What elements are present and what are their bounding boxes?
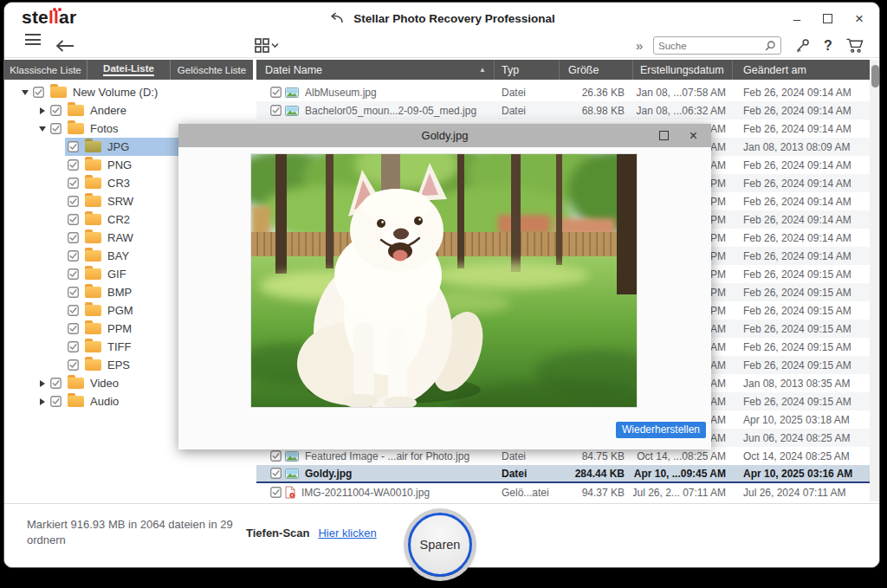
checkbox[interactable] bbox=[68, 141, 79, 152]
minimize-button[interactable]: – bbox=[793, 12, 800, 25]
search-icon[interactable] bbox=[764, 40, 776, 52]
file-modified-cell: Feb 26, 2024 09:14 AM bbox=[733, 210, 870, 229]
expander-spacer bbox=[55, 142, 65, 152]
recover-tooltip[interactable]: Wiederherstellen bbox=[616, 422, 706, 438]
tree-item-label: CR3 bbox=[107, 177, 130, 190]
column-header-type[interactable]: Typ bbox=[495, 60, 560, 80]
view-grid-icon[interactable] bbox=[255, 34, 279, 57]
marked-summary: Markiert 916.93 MB in 2064 dateien in 29… bbox=[27, 517, 233, 548]
vertical-scrollbar[interactable] bbox=[870, 60, 880, 501]
file-modified-cell: Jul 26, 2024 07:11 AM bbox=[733, 483, 870, 501]
back-arrow-icon[interactable] bbox=[55, 34, 75, 57]
save-button[interactable]: Sparen bbox=[408, 513, 472, 577]
checkbox[interactable] bbox=[68, 268, 79, 280]
file-name-cell: AlbMuseum.jpg bbox=[256, 83, 495, 101]
main-area: Klassische ListeDatei-ListeGelöschte Lis… bbox=[4, 58, 879, 503]
menu-icon[interactable] bbox=[25, 34, 41, 57]
checkbox[interactable] bbox=[68, 341, 79, 352]
toolbar-overflow-icon[interactable]: » bbox=[636, 34, 642, 57]
checkbox[interactable] bbox=[270, 87, 282, 98]
tree-item-andere[interactable]: Andere bbox=[4, 101, 253, 120]
deep-scan-link[interactable]: Hier klicken bbox=[318, 527, 376, 540]
logo-dots bbox=[53, 8, 56, 11]
expander-open-icon[interactable] bbox=[37, 124, 48, 134]
checkbox[interactable] bbox=[50, 105, 62, 116]
cart-icon[interactable] bbox=[845, 34, 864, 57]
checkbox[interactable] bbox=[68, 232, 79, 243]
preview-close-button[interactable]: × bbox=[690, 129, 697, 143]
tree-item-label: GIF bbox=[107, 268, 126, 281]
checkbox[interactable] bbox=[68, 250, 79, 262]
table-row[interactable]: Featured Image - ...air for Photo.jpgDat… bbox=[256, 447, 870, 465]
checkbox[interactable] bbox=[50, 123, 62, 134]
table-row[interactable]: Goldy.jpgDatei284.44 KBApr 10, ...09:45 … bbox=[256, 465, 870, 483]
checkbox[interactable] bbox=[68, 214, 79, 225]
checkbox[interactable] bbox=[50, 396, 62, 407]
tree-item-label: PNG bbox=[107, 158, 132, 171]
tab-gel-schte-liste[interactable]: Gelöschte Liste bbox=[171, 60, 253, 80]
folder-icon bbox=[68, 378, 84, 389]
checkbox[interactable] bbox=[270, 468, 282, 479]
file-modified-cell: Apr 10, 2025 03:16 AM bbox=[733, 464, 870, 482]
checkbox[interactable] bbox=[68, 287, 79, 298]
checkbox[interactable] bbox=[270, 450, 282, 462]
tab-datei-liste[interactable]: Datei-Liste bbox=[87, 60, 171, 80]
checkbox[interactable] bbox=[270, 105, 282, 116]
list-tabs: Klassische ListeDatei-ListeGelöschte Lis… bbox=[4, 60, 253, 80]
license-key-icon[interactable] bbox=[794, 34, 811, 57]
expander-spacer bbox=[55, 215, 65, 225]
column-header-name[interactable]: Datei Name ▲ bbox=[256, 60, 495, 80]
preview-title-bar[interactable]: Goldy.jpg × bbox=[178, 124, 711, 147]
file-created-cell: Jan 08, ...06:32 AM bbox=[633, 101, 733, 120]
table-row[interactable]: AlbMuseum.jpgDatei26.36 KBJan 08, ...07:… bbox=[256, 83, 870, 101]
close-button[interactable]: × bbox=[855, 11, 864, 26]
table-row[interactable]: Bachelor05_moun...2-09-05_med.jpgDatei68… bbox=[256, 101, 870, 120]
expander-closed-icon[interactable] bbox=[37, 378, 48, 389]
maximize-button[interactable] bbox=[823, 14, 832, 23]
tab-klassische-liste[interactable]: Klassische Liste bbox=[4, 60, 87, 80]
file-modified-cell: Feb 26, 2024 09:15 AM bbox=[733, 283, 870, 301]
file-name: Featured Image - ...air for Photo.jpg bbox=[305, 450, 469, 462]
checkbox[interactable] bbox=[68, 178, 79, 189]
tree-item-label: PPM bbox=[107, 322, 132, 335]
file-type-cell: Datei bbox=[495, 83, 560, 101]
tab-label: Gelöschte Liste bbox=[178, 65, 246, 75]
expander-open-icon[interactable] bbox=[20, 87, 30, 98]
scrollbar-thumb[interactable] bbox=[871, 65, 879, 87]
checkbox[interactable] bbox=[68, 359, 79, 371]
file-modified-cell: Feb 26, 2024 09:15 AM bbox=[733, 392, 870, 410]
table-row[interactable]: IMG-20211004-WA0010.jpgGelö...atei94.37 … bbox=[256, 483, 870, 501]
tree-item-body: New Volume (D:) bbox=[30, 83, 253, 101]
expander-spacer bbox=[55, 288, 65, 298]
file-name-cell: Bachelor05_moun...2-09-05_med.jpg bbox=[256, 101, 495, 120]
column-header-size[interactable]: Größe bbox=[560, 60, 633, 80]
expander-closed-icon[interactable] bbox=[37, 106, 48, 116]
folder-icon bbox=[50, 87, 67, 98]
file-modified-cell: Feb 26, 2024 09:15 AM bbox=[733, 301, 870, 320]
column-header-modified[interactable]: Geändert am bbox=[733, 60, 870, 80]
app-title: Stellar Photo Recovery Professional bbox=[4, 3, 879, 34]
file-size-cell: 284.44 KB bbox=[560, 464, 633, 482]
tree-item-label: RAW bbox=[107, 231, 133, 244]
checkbox[interactable] bbox=[50, 378, 62, 389]
checkbox[interactable] bbox=[68, 196, 79, 207]
checkbox[interactable] bbox=[68, 305, 79, 316]
chevron-down-icon bbox=[271, 42, 279, 48]
search-input[interactable] bbox=[658, 41, 764, 51]
tree-item-label: SRW bbox=[107, 195, 133, 208]
file-modified-cell: Feb 26, 2024 09:14 AM bbox=[733, 156, 870, 174]
column-header-created[interactable]: Erstellungsdatum bbox=[633, 60, 733, 80]
expander-closed-icon[interactable] bbox=[37, 397, 48, 407]
checkbox[interactable] bbox=[270, 487, 282, 498]
logo-text-end: ar bbox=[59, 7, 76, 27]
expander-spacer bbox=[55, 197, 65, 207]
help-icon[interactable]: ? bbox=[824, 34, 832, 57]
file-name: Bachelor05_moun...2-09-05_med.jpg bbox=[305, 105, 476, 117]
tree-item-new-volume-d[interactable]: New Volume (D:) bbox=[4, 83, 253, 101]
checkbox[interactable] bbox=[68, 323, 79, 334]
toolbar: » ? bbox=[4, 34, 879, 58]
checkbox[interactable] bbox=[68, 159, 79, 171]
file-type-cell: Datei bbox=[495, 447, 560, 465]
checkbox[interactable] bbox=[33, 87, 44, 98]
preview-maximize-button[interactable] bbox=[659, 131, 669, 140]
